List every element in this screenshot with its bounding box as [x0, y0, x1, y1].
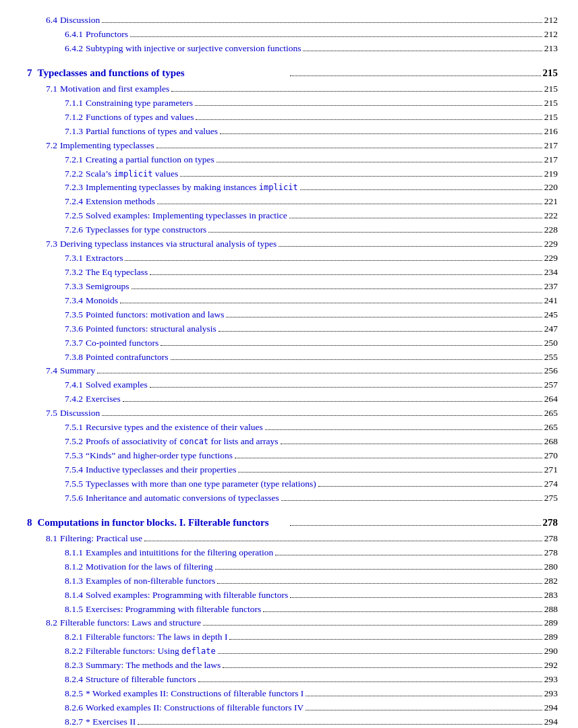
entry-dots — [171, 91, 542, 92]
entry-title[interactable]: Subtyping with injective or surjective c… — [86, 42, 301, 56]
entry-title[interactable]: Motivation for the laws of filtering — [86, 560, 213, 574]
entry-title[interactable]: Creating a partial function on types — [86, 153, 214, 167]
chapter-dots — [290, 525, 541, 526]
entry-num: 7.5.4 — [65, 463, 83, 477]
entry-dots — [150, 274, 542, 275]
entry-dots — [226, 317, 542, 317]
entry-title[interactable]: Discussion — [60, 13, 100, 28]
entry-title[interactable]: Scala’s implicit values — [86, 167, 178, 181]
entry-title[interactable]: Profunctors — [86, 28, 128, 42]
entry-title[interactable]: Filterable functors: The laws in depth I — [86, 630, 227, 644]
chapter-title[interactable]: Computations in functor blocks. I. Filte… — [38, 515, 289, 530]
entry-title[interactable]: Extension methods — [86, 195, 155, 209]
entry-title[interactable]: Summary — [60, 364, 96, 378]
entry-num: 7.3.2 — [65, 266, 83, 280]
entry-title[interactable]: Deriving typeclass instances via structu… — [60, 237, 277, 251]
entry-dots — [171, 359, 542, 360]
entry-num: 6.4.2 — [65, 42, 83, 56]
toc-row: 8.1.5Exercises: Programming with filtera… — [27, 603, 558, 617]
entry-dots — [219, 331, 542, 332]
entry-title[interactable]: Exercises — [86, 392, 121, 406]
entry-title[interactable]: Inheritance and automatic conversions of… — [86, 491, 279, 506]
toc-row: 8.2.5* Worked examples II: Constructions… — [27, 687, 558, 701]
entry-title[interactable]: Solved examples: Implementing typeclasse… — [86, 209, 287, 223]
entry-title[interactable]: Co-pointed functors — [86, 336, 158, 351]
entry-dots — [161, 345, 542, 346]
entry-title[interactable]: Proofs of associativity of concat for li… — [86, 435, 279, 449]
entry-title[interactable]: Functions of types and values — [86, 111, 194, 125]
entry-title[interactable]: The Eq typeclass — [86, 266, 148, 280]
entry-title[interactable]: Examples and intuititions for the filter… — [86, 546, 273, 560]
entry-title[interactable]: Discussion — [60, 406, 100, 421]
entry-title[interactable]: Motivation and first examples — [60, 82, 169, 96]
entry-dots — [318, 486, 542, 487]
entry-dots — [238, 472, 542, 473]
entry-title[interactable]: Recursive types and the existence of the… — [86, 421, 263, 435]
entry-page: 234 — [544, 266, 558, 280]
entry-title[interactable]: Constraining type parameters — [86, 96, 193, 111]
entry-num: 8.2.3 — [65, 659, 83, 673]
entry-num: 8.1.2 — [65, 560, 83, 574]
entry-title[interactable]: Pointed contrafunctors — [86, 351, 169, 365]
entry-title[interactable]: Pointed functors: motivation and laws — [86, 308, 224, 322]
entry-title[interactable]: Extractors — [86, 251, 123, 266]
chapter-page: 215 — [543, 65, 558, 81]
entry-title[interactable]: Worked examples II: Constructions of fil… — [86, 701, 304, 715]
entry-title[interactable]: Filterable functors: Using deflate — [86, 644, 216, 659]
entry-dots — [265, 429, 542, 430]
entry-title[interactable]: Typeclasses for type constructors — [86, 223, 206, 237]
entry-page: 217 — [544, 153, 558, 167]
entry-title[interactable]: Monoids — [86, 294, 118, 308]
entry-title[interactable]: Solved examples — [86, 378, 148, 392]
entry-title[interactable]: Implementing typeclasses by making insta… — [86, 181, 298, 195]
chapter-title[interactable]: Typeclasses and functions of types — [38, 65, 289, 81]
entry-page: 292 — [544, 659, 558, 673]
entry-num: 6.4.1 — [65, 28, 83, 42]
entry-num: 7.3.1 — [65, 251, 83, 266]
entry-title[interactable]: Solved examples: Programming with filter… — [86, 588, 288, 603]
entry-title[interactable]: Implementing typeclasses — [60, 139, 154, 153]
toc-row: 8.2.7* Exercises II294 — [27, 715, 558, 728]
entry-page: 222 — [544, 209, 558, 223]
entry-title[interactable]: Filtering: Practical use — [60, 532, 142, 546]
toc-row: 7.3Deriving typeclass instances via stru… — [27, 237, 558, 251]
entry-title[interactable]: Inductive typeclasses and their properti… — [86, 463, 236, 477]
toc-row: 7.3.4Monoids241 — [27, 294, 558, 308]
entry-page: 229 — [544, 237, 558, 251]
entry-title[interactable]: Typeclasses with more than one type para… — [86, 477, 316, 491]
entry-num: 7.1 — [46, 82, 57, 96]
entry-title[interactable]: Pointed functors: structural analysis — [86, 322, 216, 336]
entry-page: 219 — [544, 167, 558, 181]
toc-row: 7.5.5Typeclasses with more than one type… — [27, 477, 558, 491]
entry-title[interactable]: Exercises: Programming with filterable f… — [86, 603, 261, 617]
toc-row: 7.3.7Co-pointed functors250 — [27, 336, 558, 351]
entry-title[interactable]: Filterable functors: Laws and structure — [60, 616, 201, 630]
entry-page: 256 — [544, 364, 558, 378]
entry-page: 215 — [544, 96, 558, 111]
entry-title[interactable]: * Exercises II — [86, 715, 136, 728]
entry-num: 7.5.1 — [65, 421, 83, 435]
entry-page: 280 — [544, 560, 558, 574]
entry-num: 7.5.6 — [65, 491, 83, 506]
entry-title[interactable]: Examples of non-filterable functors — [86, 574, 215, 588]
entry-title[interactable]: * Worked examples II: Constructions of f… — [86, 687, 304, 701]
entry-title[interactable]: Summary: The methods and the laws — [86, 659, 221, 673]
entry-title[interactable]: Structure of filterable functors — [86, 673, 196, 687]
toc-row: 7.3.6Pointed functors: structural analys… — [27, 322, 558, 336]
entry-page: 250 — [544, 336, 558, 351]
entry-page: 278 — [544, 532, 558, 546]
entry-dots — [125, 260, 542, 261]
entry-page: 278 — [544, 546, 558, 560]
entry-dots — [138, 724, 542, 725]
entry-dots — [102, 415, 542, 416]
entry-title[interactable]: Partial functions of types and values — [86, 125, 218, 139]
toc-row: 6.4.1Profunctors212 — [27, 28, 558, 42]
entry-num: 7.2 — [46, 139, 57, 153]
toc-row: 8.1Filtering: Practical use278 — [27, 532, 558, 546]
entry-page: 293 — [544, 687, 558, 701]
entry-title[interactable]: Semigroups — [86, 280, 129, 294]
entry-title[interactable]: “Kinds” and higher-order type functions — [86, 449, 233, 463]
toc-row: 6.4.2Subtyping with injective or surject… — [27, 42, 558, 56]
toc-row: 8.2Filterable functors: Laws and structu… — [27, 616, 558, 630]
entry-num: 7.1.1 — [65, 96, 83, 111]
